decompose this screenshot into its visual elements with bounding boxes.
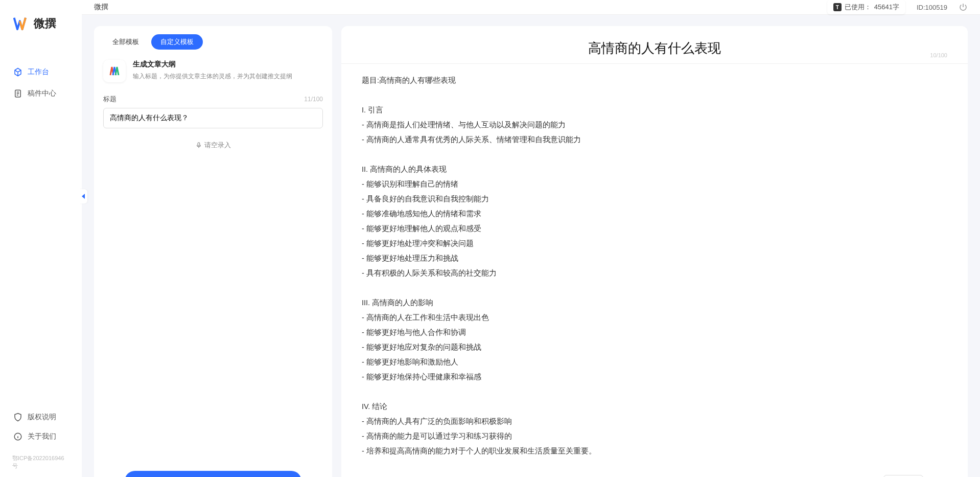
topbar-right: T 已使用： 45641字 ID:100519 [827,0,968,14]
icp-text: 鄂ICP备2022016946号 [0,452,82,472]
sidebar: 微撰 工作台 稿件中心 版权说明 关于我们 鄂ICP备2022016946号 [0,0,82,477]
template-tabs: 全部模板 自定义模板 [94,26,332,53]
output-body[interactable]: 题目:高情商的人有哪些表现 I. 引言 - 高情商是指人们处理情绪、与他人互动以… [341,64,968,468]
usage-prefix: 已使用： [845,3,871,12]
template-desc: 输入标题，为你提供文章主体的灵感，并为其创建推文提纲 [133,72,323,81]
topbar: 微撰 T 已使用： 45641字 ID:100519 [82,0,980,15]
info-icon [13,432,22,441]
power-icon[interactable] [959,3,968,12]
title-label: 标题 [103,95,116,104]
title-char-count: 11/100 [304,96,323,103]
nav-workspace-label: 工作台 [28,67,49,77]
generate-button[interactable]: 生成内容 [125,471,301,477]
svg-rect-2 [198,143,200,146]
panel-input: 全部模板 自定义模板 生成文章大纲 输入标题，为你提供文章主体的灵感，并为其创建… [94,26,332,477]
sidebar-footer: 版权说明 关于我们 [0,408,82,452]
t-badge-icon: T [833,3,842,11]
shield-icon [13,413,22,422]
content: 全部模板 自定义模板 生成文章大纲 输入标题，为你提供文章主体的灵感，并为其创建… [82,15,980,477]
template-card: 生成文章大纲 输入标题，为你提供文章主体的灵感，并为其创建推文提纲 [94,53,332,92]
output-footer: 复制 404字 [341,468,968,477]
nav-copyright-label: 版权说明 [28,413,56,422]
logo-icon [13,15,30,32]
nav-main: 工作台 稿件中心 [0,62,82,408]
cube-icon [13,67,22,77]
main: 微撰 T 已使用： 45641字 ID:100519 全部模板 自定义模板 [82,0,980,477]
voice-label: 请空录入 [204,141,231,150]
nav-about[interactable]: 关于我们 [6,428,76,445]
panel-output: 高情商的人有什么表现 10/100 题目:高情商的人有哪些表现 I. 引言 - … [341,26,968,477]
user-id: ID:100519 [917,4,947,11]
nav-drafts-label: 稿件中心 [28,89,56,98]
template-name: 生成文章大纲 [133,60,323,69]
nav-copyright[interactable]: 版权说明 [6,408,76,426]
usage-pill[interactable]: T 已使用： 45641字 [827,0,905,14]
nav-about-label: 关于我们 [28,432,56,441]
title-input[interactable] [103,108,323,128]
collapse-handle[interactable] [79,189,87,203]
brand-logo: 微撰 [0,15,82,62]
nav-drafts[interactable]: 稿件中心 [6,84,76,103]
document-icon [13,89,22,98]
output-title-count: 10/100 [930,52,947,58]
tab-custom-templates[interactable]: 自定义模板 [151,34,203,50]
voice-input-link[interactable]: 请空录入 [103,141,323,150]
nav-workspace[interactable]: 工作台 [6,62,76,82]
brand-name: 微撰 [34,16,56,31]
form-section: 标题 11/100 请空录入 [94,92,332,463]
template-icon [103,60,126,82]
tab-all-templates[interactable]: 全部模板 [103,34,148,50]
copy-button[interactable]: 复制 [883,475,923,477]
output-title: 高情商的人有什么表现 [362,39,947,57]
topbar-title: 微撰 [94,3,827,12]
output-header: 高情商的人有什么表现 10/100 [341,26,968,64]
mic-icon [195,142,202,149]
usage-value: 45641字 [874,3,899,12]
